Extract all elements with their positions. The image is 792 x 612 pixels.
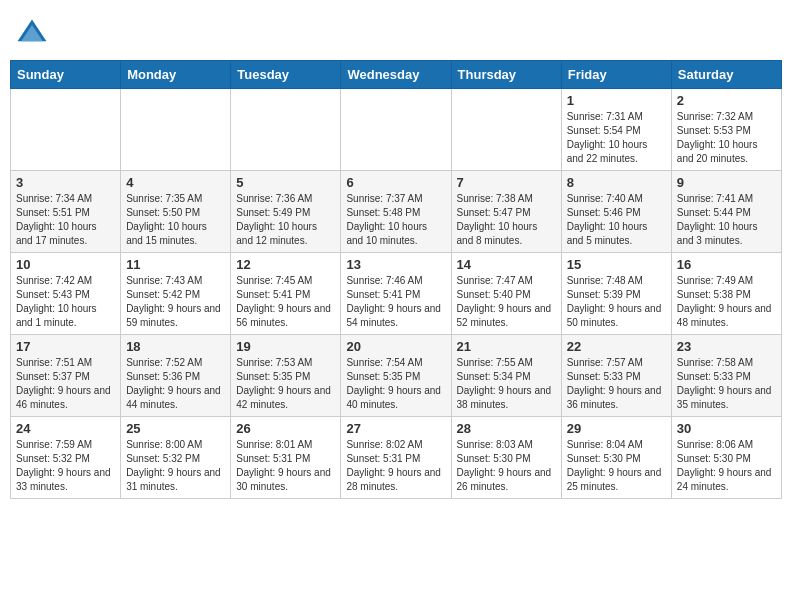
- day-number: 18: [126, 339, 225, 354]
- day-cell: [11, 89, 121, 171]
- day-cell: 17Sunrise: 7:51 AM Sunset: 5:37 PM Dayli…: [11, 335, 121, 417]
- day-info: Sunrise: 7:31 AM Sunset: 5:54 PM Dayligh…: [567, 110, 666, 166]
- day-info: Sunrise: 8:00 AM Sunset: 5:32 PM Dayligh…: [126, 438, 225, 494]
- day-info: Sunrise: 7:42 AM Sunset: 5:43 PM Dayligh…: [16, 274, 115, 330]
- day-info: Sunrise: 7:47 AM Sunset: 5:40 PM Dayligh…: [457, 274, 556, 330]
- day-cell: 4Sunrise: 7:35 AM Sunset: 5:50 PM Daylig…: [121, 171, 231, 253]
- day-cell: [121, 89, 231, 171]
- weekday-header-row: SundayMondayTuesdayWednesdayThursdayFrid…: [11, 61, 782, 89]
- weekday-header-tuesday: Tuesday: [231, 61, 341, 89]
- day-number: 22: [567, 339, 666, 354]
- day-info: Sunrise: 7:43 AM Sunset: 5:42 PM Dayligh…: [126, 274, 225, 330]
- day-info: Sunrise: 7:41 AM Sunset: 5:44 PM Dayligh…: [677, 192, 776, 248]
- day-cell: 29Sunrise: 8:04 AM Sunset: 5:30 PM Dayli…: [561, 417, 671, 499]
- calendar-table: SundayMondayTuesdayWednesdayThursdayFrid…: [10, 60, 782, 499]
- day-cell: 13Sunrise: 7:46 AM Sunset: 5:41 PM Dayli…: [341, 253, 451, 335]
- week-row-4: 17Sunrise: 7:51 AM Sunset: 5:37 PM Dayli…: [11, 335, 782, 417]
- day-info: Sunrise: 7:54 AM Sunset: 5:35 PM Dayligh…: [346, 356, 445, 412]
- day-cell: 23Sunrise: 7:58 AM Sunset: 5:33 PM Dayli…: [671, 335, 781, 417]
- day-number: 5: [236, 175, 335, 190]
- day-info: Sunrise: 7:49 AM Sunset: 5:38 PM Dayligh…: [677, 274, 776, 330]
- day-number: 17: [16, 339, 115, 354]
- day-cell: 7Sunrise: 7:38 AM Sunset: 5:47 PM Daylig…: [451, 171, 561, 253]
- day-cell: 16Sunrise: 7:49 AM Sunset: 5:38 PM Dayli…: [671, 253, 781, 335]
- day-cell: 24Sunrise: 7:59 AM Sunset: 5:32 PM Dayli…: [11, 417, 121, 499]
- day-number: 11: [126, 257, 225, 272]
- weekday-header-thursday: Thursday: [451, 61, 561, 89]
- day-number: 4: [126, 175, 225, 190]
- day-number: 16: [677, 257, 776, 272]
- day-info: Sunrise: 7:34 AM Sunset: 5:51 PM Dayligh…: [16, 192, 115, 248]
- day-cell: 14Sunrise: 7:47 AM Sunset: 5:40 PM Dayli…: [451, 253, 561, 335]
- day-cell: 8Sunrise: 7:40 AM Sunset: 5:46 PM Daylig…: [561, 171, 671, 253]
- week-row-5: 24Sunrise: 7:59 AM Sunset: 5:32 PM Dayli…: [11, 417, 782, 499]
- day-number: 25: [126, 421, 225, 436]
- day-cell: 22Sunrise: 7:57 AM Sunset: 5:33 PM Dayli…: [561, 335, 671, 417]
- day-cell: 26Sunrise: 8:01 AM Sunset: 5:31 PM Dayli…: [231, 417, 341, 499]
- day-info: Sunrise: 7:53 AM Sunset: 5:35 PM Dayligh…: [236, 356, 335, 412]
- day-number: 30: [677, 421, 776, 436]
- page-header: [10, 10, 782, 52]
- day-cell: 6Sunrise: 7:37 AM Sunset: 5:48 PM Daylig…: [341, 171, 451, 253]
- day-cell: 2Sunrise: 7:32 AM Sunset: 5:53 PM Daylig…: [671, 89, 781, 171]
- logo-icon: [14, 16, 50, 52]
- day-cell: 9Sunrise: 7:41 AM Sunset: 5:44 PM Daylig…: [671, 171, 781, 253]
- day-number: 8: [567, 175, 666, 190]
- day-number: 29: [567, 421, 666, 436]
- day-number: 26: [236, 421, 335, 436]
- day-number: 14: [457, 257, 556, 272]
- day-info: Sunrise: 7:51 AM Sunset: 5:37 PM Dayligh…: [16, 356, 115, 412]
- weekday-header-monday: Monday: [121, 61, 231, 89]
- day-info: Sunrise: 7:37 AM Sunset: 5:48 PM Dayligh…: [346, 192, 445, 248]
- weekday-header-friday: Friday: [561, 61, 671, 89]
- day-number: 27: [346, 421, 445, 436]
- day-cell: 21Sunrise: 7:55 AM Sunset: 5:34 PM Dayli…: [451, 335, 561, 417]
- weekday-header-wednesday: Wednesday: [341, 61, 451, 89]
- day-info: Sunrise: 8:02 AM Sunset: 5:31 PM Dayligh…: [346, 438, 445, 494]
- day-info: Sunrise: 7:59 AM Sunset: 5:32 PM Dayligh…: [16, 438, 115, 494]
- day-number: 12: [236, 257, 335, 272]
- day-number: 19: [236, 339, 335, 354]
- day-number: 9: [677, 175, 776, 190]
- day-cell: [451, 89, 561, 171]
- day-info: Sunrise: 8:04 AM Sunset: 5:30 PM Dayligh…: [567, 438, 666, 494]
- day-cell: [231, 89, 341, 171]
- day-info: Sunrise: 7:38 AM Sunset: 5:47 PM Dayligh…: [457, 192, 556, 248]
- day-cell: 12Sunrise: 7:45 AM Sunset: 5:41 PM Dayli…: [231, 253, 341, 335]
- day-info: Sunrise: 7:36 AM Sunset: 5:49 PM Dayligh…: [236, 192, 335, 248]
- day-info: Sunrise: 7:52 AM Sunset: 5:36 PM Dayligh…: [126, 356, 225, 412]
- day-info: Sunrise: 7:58 AM Sunset: 5:33 PM Dayligh…: [677, 356, 776, 412]
- day-number: 10: [16, 257, 115, 272]
- day-cell: 27Sunrise: 8:02 AM Sunset: 5:31 PM Dayli…: [341, 417, 451, 499]
- day-cell: 1Sunrise: 7:31 AM Sunset: 5:54 PM Daylig…: [561, 89, 671, 171]
- day-cell: 28Sunrise: 8:03 AM Sunset: 5:30 PM Dayli…: [451, 417, 561, 499]
- day-info: Sunrise: 7:35 AM Sunset: 5:50 PM Dayligh…: [126, 192, 225, 248]
- day-info: Sunrise: 7:46 AM Sunset: 5:41 PM Dayligh…: [346, 274, 445, 330]
- day-cell: 3Sunrise: 7:34 AM Sunset: 5:51 PM Daylig…: [11, 171, 121, 253]
- weekday-header-sunday: Sunday: [11, 61, 121, 89]
- logo: [14, 16, 54, 52]
- day-cell: 25Sunrise: 8:00 AM Sunset: 5:32 PM Dayli…: [121, 417, 231, 499]
- day-cell: 18Sunrise: 7:52 AM Sunset: 5:36 PM Dayli…: [121, 335, 231, 417]
- week-row-2: 3Sunrise: 7:34 AM Sunset: 5:51 PM Daylig…: [11, 171, 782, 253]
- day-info: Sunrise: 7:57 AM Sunset: 5:33 PM Dayligh…: [567, 356, 666, 412]
- week-row-1: 1Sunrise: 7:31 AM Sunset: 5:54 PM Daylig…: [11, 89, 782, 171]
- day-cell: 10Sunrise: 7:42 AM Sunset: 5:43 PM Dayli…: [11, 253, 121, 335]
- day-info: Sunrise: 8:06 AM Sunset: 5:30 PM Dayligh…: [677, 438, 776, 494]
- day-cell: 20Sunrise: 7:54 AM Sunset: 5:35 PM Dayli…: [341, 335, 451, 417]
- day-cell: 30Sunrise: 8:06 AM Sunset: 5:30 PM Dayli…: [671, 417, 781, 499]
- day-info: Sunrise: 8:03 AM Sunset: 5:30 PM Dayligh…: [457, 438, 556, 494]
- day-number: 3: [16, 175, 115, 190]
- day-info: Sunrise: 7:45 AM Sunset: 5:41 PM Dayligh…: [236, 274, 335, 330]
- day-number: 15: [567, 257, 666, 272]
- day-cell: 11Sunrise: 7:43 AM Sunset: 5:42 PM Dayli…: [121, 253, 231, 335]
- day-number: 24: [16, 421, 115, 436]
- day-number: 1: [567, 93, 666, 108]
- day-number: 21: [457, 339, 556, 354]
- day-info: Sunrise: 8:01 AM Sunset: 5:31 PM Dayligh…: [236, 438, 335, 494]
- day-cell: [341, 89, 451, 171]
- day-number: 2: [677, 93, 776, 108]
- day-number: 28: [457, 421, 556, 436]
- day-number: 6: [346, 175, 445, 190]
- day-number: 7: [457, 175, 556, 190]
